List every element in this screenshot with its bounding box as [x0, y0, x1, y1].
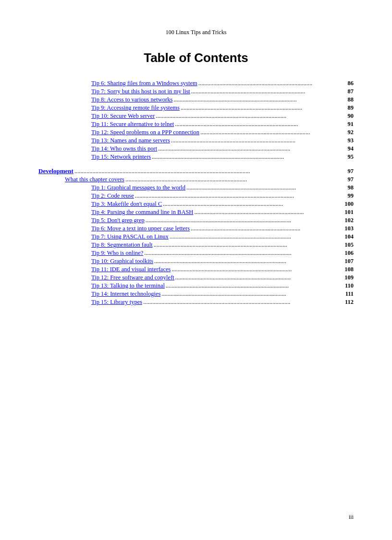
toc-link-tip15[interactable]: Tip 15: Network printers — [91, 153, 151, 161]
dots: ........................................… — [200, 129, 346, 136]
toc-link-tip8[interactable]: Tip 8: Access to various networks — [91, 96, 172, 103]
dev-tip5-link[interactable]: Tip 5: Don't grep grep — [91, 217, 145, 224]
dev-tip6-link[interactable]: Tip 6: Move a text into upper case lette… — [91, 225, 190, 232]
dots: ........................................… — [175, 274, 343, 281]
dev-tip10-page: 107 — [344, 258, 354, 265]
dev-tip13: Tip 13: Talking to the terminal ........… — [91, 282, 354, 289]
dev-tip3-page: 100 — [344, 201, 354, 208]
toc-link-tip9[interactable]: Tip 9: Accessing remote file systems — [91, 104, 180, 112]
dots: ........................................… — [163, 201, 343, 208]
dev-tip1-link[interactable]: Tip 1: Graphical messages to the world — [91, 184, 185, 191]
dev-tip4: Tip 4: Parsing the command line in BASH … — [91, 209, 354, 216]
toc-entry-tip6: Tip 6: Sharing files from a Windows syst… — [91, 80, 354, 87]
dots: ........................................… — [186, 184, 346, 191]
dev-tip9: Tip 9: Who is online? ..................… — [91, 250, 354, 257]
dev-tip2-link[interactable]: Tip 2: Code reuse — [91, 192, 134, 200]
page-footer: iii — [349, 514, 354, 521]
dots: ........................................… — [170, 233, 343, 240]
page-num: 90 — [348, 113, 354, 120]
toc-title-text: Table of Contents — [144, 50, 248, 65]
dots: ........................................… — [191, 88, 347, 95]
toc-link-tip6[interactable]: Tip 6: Sharing files from a Windows syst… — [91, 80, 197, 87]
toc-link-tip12[interactable]: Tip 12: Speed problems on a PPP connecti… — [91, 129, 199, 136]
toc-link-tip11[interactable]: Tip 11: Secure alternative to telnet — [91, 121, 174, 128]
previous-entries: Tip 6: Sharing files from a Windows syst… — [91, 80, 354, 161]
dev-tip15-page: 112 — [345, 299, 354, 306]
dots: ........................................… — [198, 80, 347, 87]
dev-tip9-page: 106 — [344, 250, 354, 257]
dev-tip10-link[interactable]: Tip 10: Graphical toolkits — [91, 258, 153, 265]
dev-tip12-link[interactable]: Tip 12: Free software and copyleft — [91, 274, 174, 281]
dev-tip5-page: 102 — [344, 217, 354, 224]
what-this-chapter-entry: What this chapter covers ...............… — [65, 176, 354, 183]
dev-tip11: Tip 11: IDE and visual interfaces ......… — [91, 266, 354, 273]
dev-tip14-page: 111 — [345, 290, 354, 298]
dev-tip1-page: 98 — [348, 184, 354, 191]
toc-entry-tip10: Tip 10: Secure Web server ..............… — [91, 113, 354, 120]
dev-tip8-link[interactable]: Tip 8: Segmentation fault — [91, 241, 153, 249]
book-title-text: 100 Linux Tips and Tricks — [166, 29, 227, 36]
page-num: 92 — [348, 129, 354, 136]
page-num: 89 — [348, 104, 354, 112]
dots: ........................................… — [166, 282, 344, 289]
dots: ........................................… — [152, 153, 346, 161]
dots: ........................................… — [143, 299, 344, 306]
dots: ........................................… — [191, 225, 343, 232]
dev-tip9-link[interactable]: Tip 9: Who is online? — [91, 250, 143, 257]
dots: ........................................… — [175, 121, 346, 128]
dots: ........................................… — [135, 192, 347, 200]
dev-tip15: Tip 15: Library types ..................… — [91, 299, 354, 306]
page-num: 87 — [348, 88, 354, 95]
toc-entry-tip12: Tip 12: Speed problems on a PPP connecti… — [91, 129, 354, 136]
toc-link-tip10[interactable]: Tip 10: Secure Web server — [91, 113, 155, 120]
dev-tip8-page: 105 — [344, 241, 354, 249]
toc-link-tip7[interactable]: Tip 7: Sorry but this host is not in my … — [91, 88, 190, 95]
page-num: 88 — [348, 96, 354, 103]
what-page-num: 97 — [348, 176, 354, 183]
dev-tip13-link[interactable]: Tip 13: Talking to the terminal — [91, 282, 165, 289]
dots: ........................................… — [156, 113, 346, 120]
dots: ........................................… — [154, 241, 344, 249]
what-this-chapter-link[interactable]: What this chapter covers — [65, 176, 124, 183]
dev-tip12-page: 109 — [344, 274, 354, 281]
dots: ........................................… — [172, 266, 343, 273]
dots: ........................................… — [74, 168, 347, 175]
development-subsections: What this chapter covers ...............… — [65, 176, 354, 306]
dev-tip14: Tip 14: Internet technologies ..........… — [91, 290, 354, 298]
dev-tip2: Tip 2: Code reuse ......................… — [91, 192, 354, 200]
section-development-link[interactable]: Development — [38, 167, 74, 175]
dots: ........................................… — [171, 137, 347, 144]
dev-tip12: Tip 12: Free software and copyleft .....… — [91, 274, 354, 281]
dev-tip4-link[interactable]: Tip 4: Parsing the command line in BASH — [91, 209, 193, 216]
dev-tip15-link[interactable]: Tip 15: Library types — [91, 299, 142, 306]
dots: ........................................… — [125, 176, 347, 183]
dots: ........................................… — [173, 96, 346, 103]
dev-tip7-page: 104 — [344, 233, 354, 240]
dev-tip6: Tip 6: Move a text into upper case lette… — [91, 225, 354, 232]
dots: ........................................… — [146, 217, 343, 224]
dev-tip1: Tip 1: Graphical messages to the world .… — [91, 184, 354, 191]
dev-tip7: Tip 7: Using PASCAL on Linux ...........… — [91, 233, 354, 240]
page-num: 93 — [348, 137, 354, 144]
page-num: 91 — [348, 121, 354, 128]
dev-tip3: Tip 3: Makefile don't equal C ..........… — [91, 201, 354, 208]
dev-tip8: Tip 8: Segmentation fault ..............… — [91, 241, 354, 249]
dots: ........................................… — [181, 104, 347, 112]
toc-entry-tip11: Tip 11: Secure alternative to telnet ...… — [91, 121, 354, 128]
dev-tip3-link[interactable]: Tip 3: Makefile don't equal C — [91, 201, 162, 208]
dev-tip4-page: 101 — [344, 209, 354, 216]
book-title: 100 Linux Tips and Tricks — [38, 29, 354, 36]
page: 100 Linux Tips and Tricks Table of Conte… — [0, 0, 392, 540]
page-number: iii — [349, 514, 354, 520]
toc-link-tip13[interactable]: Tip 13: Names and name servers — [91, 137, 170, 144]
dev-tip6-page: 103 — [344, 225, 354, 232]
dev-tip10: Tip 10: Graphical toolkits .............… — [91, 258, 354, 265]
dev-tip11-link[interactable]: Tip 11: IDE and visual interfaces — [91, 266, 171, 273]
dev-tip14-link[interactable]: Tip 14: Internet technologies — [91, 290, 160, 298]
dev-tip11-page: 108 — [344, 266, 354, 273]
section-development-header: Development ............................… — [38, 167, 354, 175]
dev-tip7-link[interactable]: Tip 7: Using PASCAL on Linux — [91, 233, 169, 240]
dots: ........................................… — [154, 258, 343, 265]
toc-link-tip14[interactable]: Tip 14: Who owns this port — [91, 145, 157, 152]
development-tips: Tip 1: Graphical messages to the world .… — [91, 184, 354, 306]
